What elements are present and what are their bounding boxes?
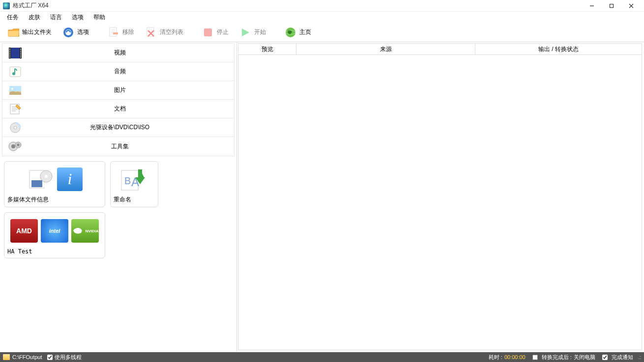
col-preview[interactable]: 预览 — [238, 44, 296, 55]
audio-icon — [5, 65, 25, 79]
svg-rect-30 — [20, 55, 21, 56]
col-source[interactable]: 来源 — [296, 44, 475, 55]
svg-rect-24 — [9, 53, 10, 54]
category-image-label: 图片 — [25, 86, 234, 94]
stop-icon — [202, 27, 214, 38]
svg-rect-27 — [20, 49, 21, 50]
image-icon — [5, 84, 25, 97]
output-path[interactable]: C:\FFOutput — [12, 354, 42, 360]
disc-icon — [5, 121, 25, 135]
home-button[interactable]: 主页 — [280, 24, 316, 41]
svg-rect-22 — [9, 49, 10, 50]
table-header: 预览 来源 输出 / 转换状态 — [238, 43, 642, 55]
tools-area: i 多媒体文件信息 BA 重命名 AMD intel NVI — [0, 156, 236, 263]
svg-text:B: B — [124, 175, 131, 186]
svg-rect-51 — [31, 180, 42, 187]
output-folder-button[interactable]: 输出文件夹 — [3, 24, 56, 41]
options-label: 选项 — [77, 28, 89, 36]
app-icon — [3, 2, 10, 9]
svg-point-45 — [11, 144, 15, 148]
category-video[interactable]: 视频 — [2, 44, 234, 62]
svg-rect-28 — [20, 51, 21, 52]
right-panel: 预览 来源 输出 / 转换状态 — [237, 42, 644, 352]
menu-options[interactable]: 选项 — [67, 12, 88, 23]
tool-media-info-label: 多媒体文件信息 — [7, 194, 102, 204]
toolbar: 输出文件夹 选项 移除 清空列表 停止 开始 主页 — [0, 23, 644, 42]
svg-rect-25 — [9, 55, 10, 56]
stop-button[interactable]: 停止 — [198, 24, 233, 41]
svg-point-33 — [12, 72, 15, 75]
menu-task[interactable]: 任务 — [2, 12, 24, 23]
category-optical[interactable]: 光驱设备\DVD\CD\ISO — [2, 118, 234, 137]
category-list: 视频 音频 图片 文档 — [2, 43, 234, 156]
tool-rename-label: 重命名 — [114, 194, 155, 204]
remove-icon — [108, 27, 119, 38]
after-action: 关闭电脑 — [574, 354, 595, 361]
video-icon — [5, 46, 25, 60]
category-audio[interactable]: 音频 — [2, 62, 234, 81]
category-image[interactable]: 图片 — [2, 81, 234, 100]
svg-rect-10 — [113, 32, 118, 34]
rename-icon: BA — [118, 167, 150, 192]
table-body[interactable] — [238, 55, 642, 350]
media-file-icon — [27, 167, 54, 191]
svg-rect-31 — [20, 56, 21, 57]
clear-button[interactable]: 清空列表 — [141, 24, 188, 41]
remove-button[interactable]: 移除 — [103, 24, 139, 41]
status-folder-icon[interactable] — [3, 354, 10, 360]
multithread-label: 使用多线程 — [55, 354, 82, 361]
amd-icon: AMD — [10, 219, 38, 243]
nvidia-icon: NVIDIA — [71, 219, 99, 243]
multithread-checkbox[interactable] — [47, 355, 53, 360]
close-button[interactable] — [621, 0, 641, 11]
minimize-button[interactable] — [582, 0, 602, 11]
resize-grip[interactable]: .:: — [638, 354, 641, 360]
start-label: 开始 — [254, 28, 266, 36]
window-title: 格式工厂 X64 — [13, 1, 49, 10]
tool-media-info[interactable]: i 多媒体文件信息 — [4, 161, 105, 207]
category-optical-label: 光驱设备\DVD\CD\ISO — [25, 123, 234, 132]
svg-rect-29 — [20, 53, 21, 54]
info-icon: i — [57, 167, 83, 191]
clear-icon — [145, 27, 157, 38]
globe-icon — [285, 27, 296, 38]
stop-label: 停止 — [217, 28, 229, 36]
toolset-icon — [5, 139, 25, 153]
home-label: 主页 — [299, 28, 311, 36]
menu-skin[interactable]: 皮肤 — [24, 12, 45, 23]
titlebar: 格式工厂 X64 — [0, 0, 644, 12]
output-folder-label: 输出文件夹 — [22, 28, 52, 36]
category-video-label: 视频 — [25, 49, 234, 57]
elapsed-time: 00:00:00 — [504, 354, 526, 360]
maximize-button[interactable] — [602, 0, 621, 11]
start-button[interactable]: 开始 — [235, 24, 270, 41]
category-toolset[interactable]: 工具集 — [2, 137, 234, 156]
menu-help[interactable]: 帮助 — [88, 12, 110, 23]
svg-point-50 — [45, 175, 48, 178]
svg-rect-26 — [9, 56, 10, 57]
menubar: 任务 皮肤 语言 选项 帮助 — [0, 12, 644, 23]
category-document-label: 文档 — [25, 105, 234, 113]
document-icon — [5, 102, 25, 116]
options-icon — [62, 27, 74, 38]
notify-checkbox[interactable] — [602, 355, 608, 360]
remove-label: 移除 — [122, 28, 134, 36]
left-panel: 视频 音频 图片 文档 — [0, 42, 237, 352]
options-button[interactable]: 选项 — [58, 24, 93, 41]
col-output-status[interactable]: 输出 / 转换状态 — [475, 44, 642, 55]
svg-point-47 — [17, 144, 20, 146]
statusbar: C:\FFOutput 使用多线程 耗时 : 00:00:00 转换完成后 : … — [0, 352, 644, 362]
clear-label: 清空列表 — [160, 28, 183, 36]
after-label: 转换完成后 : — [542, 354, 572, 361]
tool-ha-test[interactable]: AMD intel NVIDIA HA Test — [4, 212, 105, 258]
svg-rect-16 — [204, 28, 212, 36]
intel-icon: intel — [41, 219, 68, 243]
svg-point-36 — [11, 88, 13, 90]
tool-rename[interactable]: BA 重命名 — [110, 161, 158, 207]
after-convert-checkbox[interactable] — [532, 355, 538, 360]
tool-ha-test-label: HA Test — [7, 246, 102, 255]
category-document[interactable]: 文档 — [2, 100, 234, 118]
category-audio-label: 音频 — [25, 67, 234, 76]
window-controls — [582, 0, 641, 11]
menu-lang[interactable]: 语言 — [45, 12, 67, 23]
